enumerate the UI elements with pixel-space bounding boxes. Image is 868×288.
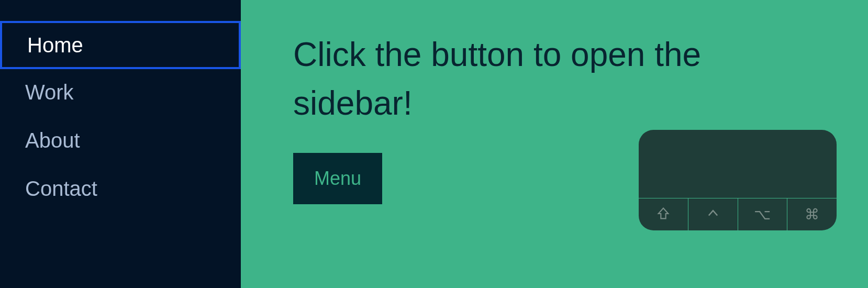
sidebar-item-about[interactable]: About (0, 116, 241, 164)
keyboard-panel: ⌥ ⌘ (639, 130, 837, 230)
sidebar-item-label: About (25, 129, 80, 152)
control-icon (706, 206, 720, 223)
command-key[interactable]: ⌘ (787, 198, 837, 230)
shift-key[interactable] (639, 198, 688, 230)
option-key[interactable]: ⌥ (738, 198, 788, 230)
menu-button[interactable]: Menu (293, 153, 382, 204)
keyboard-display-area (639, 130, 837, 198)
option-icon: ⌥ (754, 206, 771, 223)
sidebar-item-label: Work (25, 81, 74, 104)
keyboard-modifier-row: ⌥ ⌘ (639, 198, 837, 230)
sidebar-item-contact[interactable]: Contact (0, 164, 241, 213)
sidebar: Home Work About Contact (0, 0, 241, 288)
sidebar-item-label: Home (27, 34, 83, 57)
command-icon: ⌘ (805, 206, 819, 223)
page-headline: Click the button to open the sidebar! (293, 30, 816, 128)
sidebar-item-label: Contact (25, 177, 97, 201)
main-content: Click the button to open the sidebar! Me… (241, 0, 868, 288)
sidebar-item-home[interactable]: Home (0, 21, 241, 69)
sidebar-item-work[interactable]: Work (0, 68, 241, 116)
shift-icon (656, 206, 671, 223)
control-key[interactable] (688, 198, 738, 230)
